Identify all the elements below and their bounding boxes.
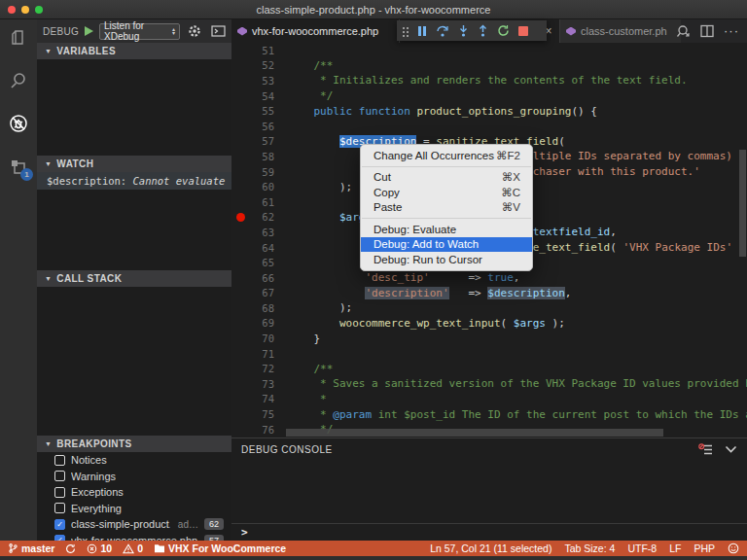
- menu-item-debug-evaluate[interactable]: Debug: Evaluate: [361, 222, 532, 237]
- menu-item-paste[interactable]: Paste⌘V: [361, 200, 532, 216]
- line-number[interactable]: 69: [231, 317, 274, 329]
- git-branch-item[interactable]: master: [8, 542, 54, 554]
- line-number[interactable]: 76: [231, 424, 274, 436]
- more-actions-icon[interactable]: ···: [724, 26, 739, 36]
- console-output[interactable]: [231, 460, 747, 523]
- minimize-window-button[interactable]: [21, 6, 29, 14]
- line-number[interactable]: 75: [231, 408, 274, 420]
- code-line[interactable]: 72 /**: [231, 361, 747, 376]
- code-line[interactable]: 53 * Initializes and renders the content…: [231, 73, 747, 88]
- call-stack-body[interactable]: [37, 287, 231, 436]
- breakpoint-checkbox[interactable]: [54, 487, 65, 498]
- menu-item-debug-add-to-watch[interactable]: Debug: Add to Watch: [361, 237, 532, 253]
- line-number[interactable]: 73: [231, 378, 274, 390]
- code-line[interactable]: 55 public function product_options_group…: [231, 103, 747, 119]
- line-number[interactable]: 64: [231, 242, 274, 254]
- line-number[interactable]: 52: [231, 59, 274, 71]
- launch-config-select[interactable]: Listen for XDebug ▴▾: [99, 23, 180, 40]
- line-number[interactable]: 65: [231, 257, 274, 268]
- breakpoint-checkbox[interactable]: [54, 471, 65, 481]
- menu-item-cut[interactable]: Cut⌘X: [361, 170, 532, 186]
- cursor-position[interactable]: Ln 57, Col 21 (11 selected): [430, 542, 551, 554]
- breakpoint-checkbox[interactable]: [54, 503, 65, 513]
- line-number[interactable]: 58: [231, 151, 274, 162]
- close-window-button[interactable]: [8, 6, 16, 14]
- configure-gear-icon[interactable]: [188, 24, 201, 38]
- call-stack-section-header[interactable]: ▼ CALL STACK: [37, 270, 231, 287]
- debug-icon[interactable]: [8, 113, 29, 134]
- menu-item-change-all-occurrences[interactable]: Change All Occurrences⌘F2: [361, 148, 532, 163]
- watch-section-header[interactable]: ▼ WATCH: [37, 156, 231, 172]
- breakpoint-checkbox[interactable]: ✓: [54, 519, 65, 530]
- breakpoints-section-header[interactable]: ▼ BREAKPOINTS: [37, 436, 231, 452]
- code-line[interactable]: 52 /**: [231, 58, 747, 74]
- eol-indicator[interactable]: LF: [669, 542, 681, 554]
- extensions-icon[interactable]: 1: [8, 156, 29, 177]
- restart-button[interactable]: [497, 24, 510, 37]
- explorer-icon[interactable]: [8, 27, 29, 49]
- tab-class-customer[interactable]: class-customer.ph: [560, 19, 681, 43]
- start-debug-button[interactable]: [85, 26, 93, 36]
- variables-body[interactable]: [37, 59, 231, 156]
- code-line[interactable]: 73 * Saves a sanitized version of the VH…: [231, 376, 747, 392]
- drag-grip-icon[interactable]: [402, 25, 409, 37]
- clear-console-icon[interactable]: [698, 443, 713, 456]
- line-number[interactable]: 56: [231, 121, 274, 132]
- code-line[interactable]: 54 */: [231, 88, 747, 104]
- step-out-button[interactable]: [478, 24, 488, 37]
- line-number[interactable]: 55: [231, 105, 274, 117]
- menu-item-copy[interactable]: Copy⌘C: [361, 185, 532, 200]
- line-number[interactable]: 57: [231, 135, 274, 147]
- code-line[interactable]: 69 woocommerce_wp_text_input( $args );: [231, 316, 747, 332]
- watch-expression-row[interactable]: $description: Cannot evaluate code…: [37, 172, 231, 190]
- variables-section-header[interactable]: ▼ VARIABLES: [37, 43, 231, 59]
- debug-console-toggle-icon[interactable]: [211, 25, 226, 37]
- line-number[interactable]: 59: [231, 166, 274, 178]
- code-line[interactable]: 66 'desc_tip' => true,: [231, 270, 747, 286]
- line-number[interactable]: 71: [231, 348, 274, 360]
- sync-icon[interactable]: [65, 543, 76, 554]
- tab-size-indicator[interactable]: Tab Size: 4: [564, 542, 615, 554]
- search-icon[interactable]: [8, 70, 29, 91]
- code-line[interactable]: 67 'description' => $description,: [231, 286, 747, 301]
- breakpoint-row[interactable]: Notices: [37, 452, 231, 469]
- breakpoint-row[interactable]: Warnings: [37, 469, 231, 485]
- collapse-panel-icon[interactable]: [725, 445, 737, 453]
- step-into-button[interactable]: [458, 24, 469, 37]
- breakpoint-row[interactable]: ✓vhx-for-woocommerce.php57: [37, 533, 231, 542]
- feedback-smiley-icon[interactable]: [728, 542, 739, 554]
- split-editor-icon[interactable]: [700, 24, 714, 38]
- breakpoint-row[interactable]: Everything: [37, 501, 231, 517]
- line-number[interactable]: 60: [231, 181, 274, 192]
- code-line[interactable]: 51: [231, 43, 747, 58]
- language-indicator[interactable]: PHP: [694, 542, 715, 554]
- step-over-button[interactable]: [436, 24, 449, 37]
- code-line[interactable]: 68 );: [231, 300, 747, 316]
- line-number[interactable]: 68: [231, 302, 274, 314]
- horizontal-scrollbar[interactable]: [286, 429, 663, 437]
- errors-item[interactable]: 10: [87, 542, 112, 554]
- warnings-item[interactable]: 0: [123, 542, 143, 554]
- breakpoint-dot[interactable]: [236, 213, 245, 222]
- breakpoint-row[interactable]: ✓class-simple-product.phpad…62: [37, 516, 231, 533]
- line-number[interactable]: 53: [231, 75, 274, 87]
- vertical-scrollbar[interactable]: [739, 150, 746, 257]
- code-line[interactable]: 74 *: [231, 392, 747, 407]
- line-number[interactable]: 70: [231, 332, 274, 344]
- line-number[interactable]: 74: [231, 393, 274, 404]
- code-line[interactable]: 75 * @param int $post_id The ID of the c…: [231, 406, 747, 422]
- line-number[interactable]: 72: [231, 363, 274, 374]
- code-line[interactable]: 56: [231, 119, 747, 134]
- menu-item-debug-run-to-cursor[interactable]: Debug: Run to Cursor: [361, 252, 532, 267]
- line-number[interactable]: 54: [231, 90, 274, 102]
- breakpoint-checkbox[interactable]: [54, 455, 65, 466]
- workspace-item[interactable]: VHX For WooCommerce: [154, 542, 286, 554]
- console-input-row[interactable]: >: [231, 523, 747, 541]
- find-file-icon[interactable]: [676, 24, 691, 38]
- line-number[interactable]: 66: [231, 272, 274, 284]
- code-line[interactable]: 70 }: [231, 331, 747, 346]
- encoding-indicator[interactable]: UTF-8: [627, 542, 657, 554]
- breakpoint-row[interactable]: Exceptions: [37, 484, 231, 501]
- line-number[interactable]: 51: [231, 45, 274, 56]
- stop-button[interactable]: [518, 26, 528, 36]
